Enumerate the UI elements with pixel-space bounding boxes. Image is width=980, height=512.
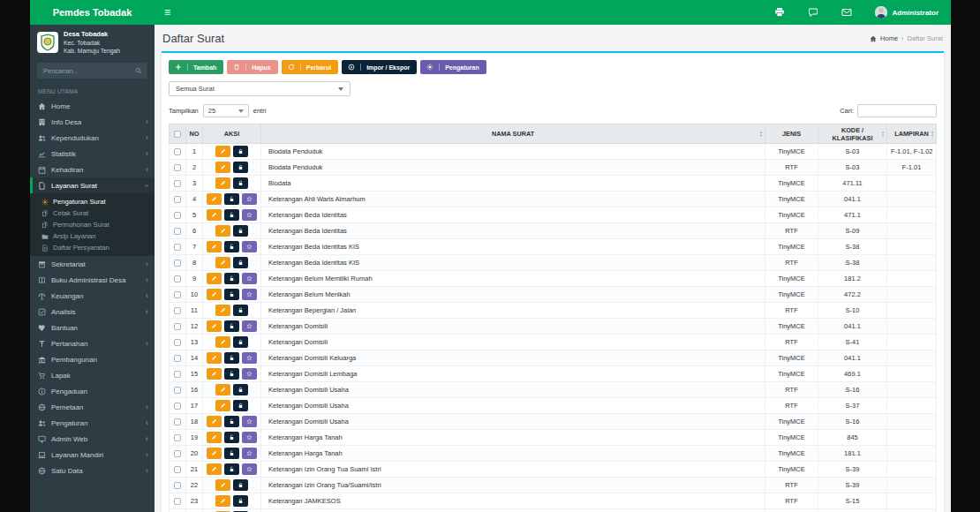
sidebar-item-kependudukan[interactable]: Kependudukan‹: [30, 130, 155, 146]
favorite-button[interactable]: [242, 193, 257, 205]
chat-icon[interactable]: [808, 7, 818, 18]
unlock-button[interactable]: [224, 209, 239, 221]
sidebar-subitem-daftar-persyaratan[interactable]: Daftar Persyaratan: [30, 242, 155, 253]
sidebar-item-statistik[interactable]: Statistik‹: [30, 146, 155, 162]
row-checkbox[interactable]: [174, 212, 181, 219]
favorite-button[interactable]: [242, 463, 257, 475]
lock-button[interactable]: [233, 162, 248, 173]
lock-button[interactable]: [233, 257, 248, 268]
unlock-button[interactable]: [224, 241, 239, 252]
lock-button[interactable]: [233, 146, 248, 157]
edit-button[interactable]: [207, 416, 222, 427]
favorite-button[interactable]: [242, 368, 257, 380]
lock-button[interactable]: [233, 305, 248, 316]
favorite-button[interactable]: [242, 241, 257, 252]
unlock-button[interactable]: [224, 193, 239, 205]
col-header-nama[interactable]: NAMA SURAT▲▼: [261, 124, 765, 144]
col-header-lampiran[interactable]: LAMPIRAN▲▼: [887, 124, 937, 144]
favorite-button[interactable]: [242, 320, 257, 332]
edit-button[interactable]: [215, 305, 230, 316]
favorite-button[interactable]: [242, 416, 257, 427]
surat-filter-select[interactable]: Semua Surat: [169, 81, 351, 96]
edit-button[interactable]: [207, 352, 222, 364]
edit-button[interactable]: [207, 289, 222, 300]
sidebar-item-layanan-surat[interactable]: Layanan Surat‹: [30, 177, 155, 193]
edit-button[interactable]: [207, 463, 222, 475]
sidebar-item-buku-administrasi-desa[interactable]: Buku Administrasi Desa‹: [30, 272, 155, 288]
edit-button[interactable]: [207, 320, 222, 332]
unlock-button[interactable]: [224, 448, 239, 459]
edit-button[interactable]: [207, 193, 222, 205]
user-menu[interactable]: Administrator: [875, 6, 939, 19]
sidebar-item-analisis[interactable]: Analisis‹: [30, 304, 155, 320]
edit-button[interactable]: [215, 384, 230, 395]
sidebar-search-input[interactable]: [37, 63, 147, 79]
unlock-button[interactable]: [224, 463, 239, 475]
sidebar-item-pembangunan[interactable]: Pembangunan: [30, 351, 155, 367]
unlock-button[interactable]: [224, 273, 239, 284]
edit-button[interactable]: [207, 432, 222, 443]
col-header-kode[interactable]: KODE / KLASIFIKASI▲▼: [818, 124, 887, 144]
sidebar-item-pemetaan[interactable]: Pemetaan‹: [30, 399, 155, 415]
row-checkbox[interactable]: [174, 450, 181, 457]
breadcrumb-home-link[interactable]: Home: [880, 34, 898, 42]
sidebar-item-keuangan[interactable]: Keuangan‹: [30, 288, 155, 304]
row-checkbox[interactable]: [174, 403, 181, 410]
favorite-button[interactable]: [242, 432, 257, 443]
row-checkbox[interactable]: [174, 482, 181, 489]
edit-button[interactable]: [207, 448, 222, 459]
lock-button[interactable]: [233, 336, 248, 348]
sidebar-item-pertanahan[interactable]: Pertanahan‹: [30, 335, 155, 351]
refresh-button[interactable]: Perbarui: [282, 60, 338, 74]
unlock-button[interactable]: [224, 368, 239, 380]
edit-button[interactable]: [215, 257, 230, 268]
col-header-no[interactable]: NO: [186, 124, 203, 144]
row-checkbox[interactable]: [174, 196, 181, 203]
sidebar-item-sekretariat[interactable]: Sekretariat‹: [30, 256, 155, 272]
table-search-input[interactable]: [857, 104, 937, 117]
row-checkbox[interactable]: [174, 148, 181, 155]
row-checkbox[interactable]: [174, 387, 181, 394]
edit-button[interactable]: [207, 368, 222, 380]
sidebar-subitem-arsip-layanan[interactable]: Arsip Layanan: [30, 230, 155, 242]
sidebar-item-satu-data[interactable]: Satu Data‹: [30, 463, 155, 478]
row-checkbox[interactable]: [174, 371, 181, 378]
sidebar-item-pengaturan[interactable]: Pengaturan‹: [30, 415, 155, 431]
delete-button[interactable]: Hapus: [227, 60, 277, 74]
lock-button[interactable]: [233, 177, 248, 189]
favorite-button[interactable]: [242, 209, 257, 221]
row-checkbox[interactable]: [174, 244, 181, 251]
edit-button[interactable]: [215, 146, 230, 157]
row-checkbox[interactable]: [174, 164, 181, 171]
mail-icon[interactable]: [841, 7, 852, 18]
unlock-button[interactable]: [224, 320, 239, 332]
sidebar-item-layanan-mandiri[interactable]: Layanan Mandiri‹: [30, 447, 155, 463]
row-checkbox[interactable]: [174, 323, 181, 330]
sidebar-item-info-desa[interactable]: Info Desa‹: [30, 114, 155, 130]
sidebar-item-home[interactable]: Home: [30, 98, 155, 114]
sidebar-subitem-pengaturan-surat[interactable]: Pengaturan Surat: [30, 196, 155, 207]
row-checkbox[interactable]: [174, 355, 181, 362]
entries-select[interactable]: 25: [203, 104, 249, 117]
sidebar-subitem-permohonan-surat[interactable]: Permohonan Surat: [30, 219, 155, 230]
unlock-button[interactable]: [224, 416, 239, 427]
import-export-button[interactable]: Impor / Ekspor: [342, 60, 417, 74]
settings-button[interactable]: Pengaturan: [420, 60, 486, 74]
edit-button[interactable]: [207, 241, 222, 252]
row-checkbox[interactable]: [174, 307, 181, 314]
col-header-jenis[interactable]: JENIS: [765, 124, 818, 144]
row-checkbox[interactable]: [174, 291, 181, 298]
row-checkbox[interactable]: [174, 275, 181, 282]
row-checkbox[interactable]: [174, 498, 181, 505]
favorite-button[interactable]: [242, 352, 257, 364]
row-checkbox[interactable]: [174, 466, 181, 473]
brand-logo[interactable]: Pemdes Tobadak: [30, 0, 155, 25]
lock-button[interactable]: [233, 225, 248, 237]
edit-button[interactable]: [207, 209, 222, 221]
unlock-button[interactable]: [224, 289, 239, 300]
unlock-button[interactable]: [224, 352, 239, 364]
sidebar-toggle-icon[interactable]: ≡: [155, 6, 180, 19]
edit-button[interactable]: [215, 225, 230, 237]
sidebar-item-bantuan[interactable]: Bantuan: [30, 320, 155, 335]
edit-button[interactable]: [215, 177, 230, 189]
